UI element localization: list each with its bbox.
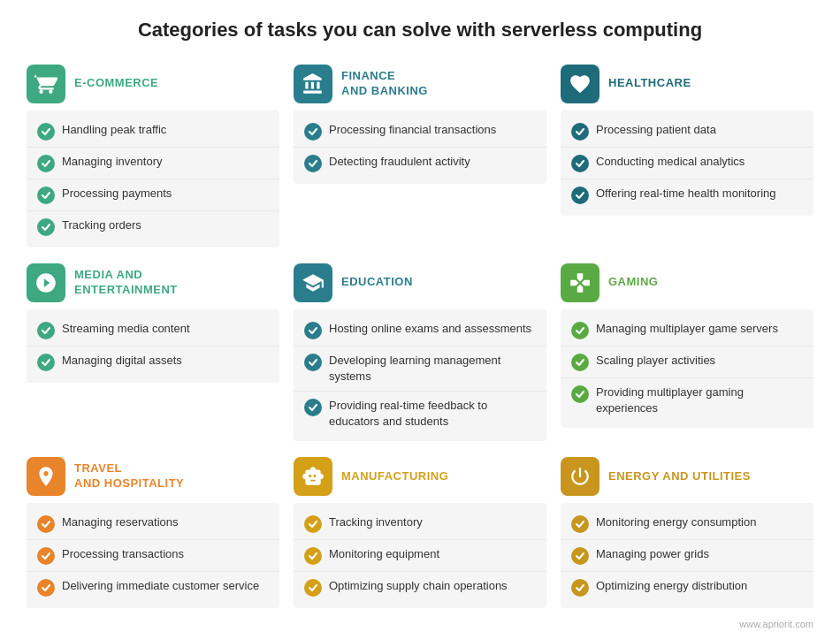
list-item: Managing power grids [561, 539, 813, 571]
item-text: Scaling player activities [596, 353, 715, 369]
item-text: Processing patient data [596, 122, 716, 138]
item-text: Managing reservations [62, 514, 179, 530]
item-text: Managing multiplayer game servers [596, 321, 778, 337]
category-header: MEDIA ANDENTERTAINMENT [27, 263, 279, 302]
category-icon [294, 65, 332, 103]
category-energy: ENERGY AND UTILITIES Monitoring energy c… [561, 457, 813, 608]
category-title: FINANCEAND BANKING [341, 69, 428, 99]
item-text: Optimizing supply chain operations [329, 578, 508, 594]
check-icon [37, 218, 55, 236]
category-icon [561, 263, 599, 302]
check-icon [571, 322, 589, 339]
item-text: Handling peak traffic [62, 122, 166, 138]
list-item: Managing digital assets [27, 346, 279, 377]
category-header: ENERGY AND UTILITIES [561, 457, 813, 496]
list-item: Offering real-time health monitoring [561, 179, 813, 210]
category-education: EDUCATION Hosting online exams and asses… [294, 263, 546, 442]
item-text: Processing transactions [62, 546, 184, 562]
item-text: Developing learning management systems [329, 353, 536, 385]
check-icon [304, 579, 322, 597]
items-list: Hosting online exams and assessments Dev… [294, 309, 546, 442]
category-header: E-COMMERCE [27, 65, 279, 103]
list-item: Providing multiplayer gaming experiences [561, 377, 813, 423]
check-icon [571, 579, 589, 597]
check-icon [37, 155, 55, 172]
list-item: Developing learning management systems [294, 346, 546, 391]
category-title: TRAVELAND HOSPITALITY [74, 461, 184, 491]
items-list: Processing patient data Conducting medic… [561, 110, 813, 216]
category-header: EDUCATION [294, 263, 546, 302]
item-text: Monitoring energy consumption [596, 514, 756, 530]
list-item: Managing multiplayer game servers [561, 315, 813, 346]
check-icon [571, 515, 589, 533]
check-icon [571, 354, 589, 371]
check-icon [304, 547, 322, 565]
item-text: Optimizing energy distribution [596, 578, 747, 594]
page-title: Categories of tasks you can solve with s… [27, 18, 813, 43]
check-icon [37, 515, 55, 533]
items-list: Tracking inventory Monitoring equipment … [294, 503, 546, 608]
list-item: Hosting online exams and assessments [294, 315, 546, 346]
category-title: E-COMMERCE [74, 76, 158, 91]
item-text: Managing power grids [596, 546, 709, 562]
category-icon [27, 65, 65, 103]
list-item: Processing payments [27, 179, 279, 210]
item-text: Tracking orders [62, 217, 141, 233]
item-text: Managing digital assets [62, 353, 182, 369]
category-finance: FINANCEAND BANKING Processing financial … [294, 65, 546, 247]
category-title: MEDIA ANDENTERTAINMENT [74, 268, 178, 298]
list-item: Managing reservations [27, 508, 279, 539]
category-ecommerce: E-COMMERCE Handling peak traffic Managin… [27, 65, 279, 247]
check-icon [37, 547, 55, 565]
item-text: Processing payments [62, 186, 172, 202]
list-item: Streaming media content [27, 315, 279, 346]
item-text: Delivering immediate customer service [62, 578, 259, 594]
category-icon [294, 263, 332, 302]
list-item: Processing transactions [27, 539, 279, 571]
list-item: Monitoring equipment [294, 539, 546, 571]
category-header: TRAVELAND HOSPITALITY [27, 457, 279, 496]
item-text: Providing multiplayer gaming experiences [596, 385, 803, 416]
check-icon [304, 399, 322, 416]
check-icon [37, 123, 55, 141]
items-list: Processing financial transactions Detect… [294, 110, 546, 184]
item-text: Detecting fraudulent activity [329, 154, 470, 170]
check-icon [37, 187, 55, 204]
check-icon [571, 123, 589, 141]
item-text: Monitoring equipment [329, 546, 439, 562]
category-icon [27, 457, 65, 496]
list-item: Optimizing supply chain operations [294, 571, 546, 603]
item-text: Managing inventory [62, 154, 162, 170]
category-icon [561, 65, 599, 103]
item-text: Conducting medical analytics [596, 154, 745, 170]
item-text: Processing financial transactions [329, 122, 496, 138]
category-header: HEALTHCARE [561, 65, 813, 103]
category-manufacturing: MANUFACTURING Tracking inventory Monitor… [294, 457, 546, 608]
item-text: Providing real-time feedback to educator… [329, 398, 536, 430]
check-icon [304, 354, 322, 371]
check-icon [571, 187, 589, 204]
items-list: Managing multiplayer game servers Scalin… [561, 309, 813, 428]
category-travel: TRAVELAND HOSPITALITY Managing reservati… [27, 457, 279, 608]
category-gaming: GAMING Managing multiplayer game servers… [561, 263, 813, 442]
list-item: Handling peak traffic [27, 116, 279, 147]
category-title: GAMING [608, 275, 658, 290]
categories-grid: E-COMMERCE Handling peak traffic Managin… [27, 65, 813, 609]
category-header: GAMING [561, 263, 813, 302]
category-header: FINANCEAND BANKING [294, 65, 546, 103]
check-icon [304, 123, 322, 141]
category-media: MEDIA ANDENTERTAINMENT Streaming media c… [27, 263, 279, 442]
list-item: Tracking inventory [294, 508, 546, 539]
list-item: Delivering immediate customer service [27, 571, 279, 603]
list-item: Managing inventory [27, 147, 279, 179]
item-text: Hosting online exams and assessments [329, 321, 531, 337]
list-item: Providing real-time feedback to educator… [294, 391, 546, 436]
items-list: Monitoring energy consumption Managing p… [561, 503, 813, 608]
list-item: Conducting medical analytics [561, 147, 813, 179]
check-icon [571, 547, 589, 565]
list-item: Optimizing energy distribution [561, 571, 813, 603]
check-icon [37, 322, 55, 339]
category-icon [294, 457, 332, 496]
category-icon [561, 457, 599, 496]
list-item: Detecting fraudulent activity [294, 147, 546, 179]
